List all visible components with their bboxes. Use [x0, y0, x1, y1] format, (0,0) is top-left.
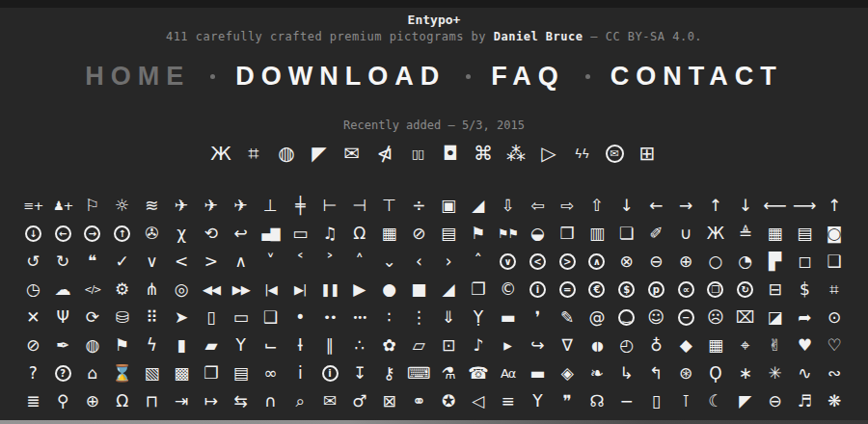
folder-music-icon[interactable]: ♪ [463, 337, 493, 354]
chevron-small-right-icon[interactable]: ˃ [315, 253, 345, 270]
grid-icon[interactable]: ▦ [701, 337, 731, 354]
flashlight-icon[interactable]: ▮ [167, 337, 197, 354]
controller-next-icon[interactable]: ▶| [285, 283, 315, 296]
arrow-long-right-icon[interactable]: ⟶ [790, 198, 820, 214]
music-icon[interactable]: ♬ [790, 393, 820, 410]
magnifying-glass-icon[interactable]: ⌕ [285, 393, 315, 410]
cog-icon[interactable]: ⚙ [107, 281, 137, 298]
flash-icon[interactable]: ϟ [137, 337, 167, 354]
loop-icon[interactable]: ⇆ [226, 393, 256, 410]
man-icon[interactable]: ♂ [344, 393, 374, 410]
bookmark-icon[interactable]: ⚑ [463, 225, 493, 242]
documents-icon[interactable]: ❑ [256, 309, 285, 326]
nav-contact[interactable]: CONTACT [610, 64, 783, 90]
level-down-icon[interactable]: ↳ [611, 365, 641, 382]
chat-icon[interactable]: ❝ [78, 253, 108, 270]
eye-icon[interactable]: ⊙ [820, 309, 850, 326]
mouse-pointer-icon[interactable]: ◤ [303, 144, 336, 163]
arrow-down-icon[interactable]: ↓ [611, 198, 641, 214]
folder-icon[interactable]: ▱ [404, 337, 434, 354]
bucket-icon[interactable]: ∪ [671, 225, 701, 242]
chevron-with-circle-left-icon[interactable]: < [523, 253, 553, 270]
credit-icon[interactable]: $ [790, 281, 820, 298]
align-left-icon[interactable]: ⊢ [315, 198, 345, 214]
attachment-icon[interactable]: ✇ [137, 225, 167, 242]
dots-two-horizontal-icon[interactable]: •• [315, 311, 345, 324]
camera-icon[interactable]: ◙ [820, 225, 850, 242]
chevron-thin-right-icon[interactable]: › [434, 253, 464, 270]
creative-commons-icon[interactable]: © [493, 281, 523, 298]
chevron-thin-up-icon[interactable]: ˆ [463, 253, 493, 270]
blackboard-icon[interactable]: ▦ [374, 225, 404, 242]
home-icon[interactable]: ⌂ [78, 365, 108, 382]
inbox-icon[interactable]: ▤ [226, 365, 256, 382]
calculator-icon[interactable]: ▦ [760, 225, 790, 242]
bug-icon[interactable]: Ж [204, 144, 237, 163]
bug-icon[interactable]: Ж [701, 225, 731, 242]
cross-icon[interactable]: ✕ [18, 309, 48, 326]
circular-graph-icon[interactable]: ◔ [730, 253, 760, 270]
lock-icon[interactable]: Ω [107, 393, 137, 410]
app-store-icon[interactable]: ⌘ [467, 144, 500, 163]
archive-icon[interactable]: ▣ [434, 198, 464, 214]
windows-store-icon[interactable]: ⊞ [631, 144, 664, 163]
lifebuoy-icon[interactable]: ⊛ [671, 365, 701, 382]
crop-icon[interactable]: ⌗ [820, 281, 850, 298]
direction-icon[interactable]: ➤ [167, 309, 197, 326]
heart-icon[interactable]: ♥ [790, 337, 820, 354]
adjust-icon[interactable]: ☼ [107, 198, 137, 214]
minus-icon[interactable]: − [611, 393, 641, 410]
menu-icon[interactable]: ≡ [493, 393, 523, 410]
lock-open-icon[interactable]: ⊓ [137, 393, 167, 410]
bar-graph-icon[interactable]: ▄▇ [256, 227, 285, 240]
light-up-icon[interactable]: ✳ [760, 365, 790, 382]
flow-tree-icon[interactable]: ∴ [344, 337, 374, 354]
megaphone-icon[interactable]: ◁ [463, 393, 493, 410]
flow-line-icon[interactable]: Ɨ [285, 337, 315, 354]
funnel-icon[interactable]: ∇ [553, 337, 583, 354]
dial-pad-icon[interactable]: ⠿ [137, 309, 167, 326]
export-icon[interactable]: ➦ [790, 309, 820, 326]
arrow-with-circle-right-icon[interactable]: → [78, 225, 108, 242]
message-icon[interactable]: ❞ [553, 393, 583, 410]
arrow-with-circle-up-icon[interactable]: ↑ [107, 225, 137, 242]
heart-outlined-icon[interactable]: ♡ [820, 337, 850, 354]
creative-commons-public-domain-icon[interactable]: p [641, 281, 671, 298]
info-with-circle-icon[interactable]: i [315, 365, 345, 382]
emoji-flirt-icon[interactable]: ‿ [611, 309, 641, 326]
network-icon[interactable]: ❋ [820, 393, 850, 410]
drop-icon[interactable]: ❜ [523, 309, 553, 326]
info-icon[interactable]: i [285, 365, 315, 382]
code-icon[interactable]: </> [78, 285, 108, 295]
leaf-icon[interactable]: ❧ [583, 365, 612, 382]
creative-commons-noderivs-icon[interactable]: = [553, 281, 583, 298]
cloud-icon[interactable]: ☁ [48, 281, 78, 298]
feather-icon[interactable]: ✒ [48, 337, 78, 354]
log-in-icon[interactable]: ⇥ [167, 393, 197, 410]
flow-cascade-icon[interactable]: ⌙ [256, 337, 285, 354]
controller-fast-forward-icon[interactable]: ▶▶ [226, 283, 256, 296]
message-icon[interactable]: ✉ [336, 144, 368, 163]
merge-icon[interactable]: Y [523, 393, 553, 410]
bell-icon[interactable]: Ω [344, 225, 374, 242]
creative-commons-sharealike-icon[interactable]: ↻ [730, 281, 760, 298]
arrow-long-down-icon[interactable]: ↓ [730, 198, 760, 214]
flat-brush-icon[interactable]: ▰ [197, 337, 227, 354]
colours-icon[interactable]: ⋔ [137, 281, 167, 298]
mouse-pointer-icon[interactable]: ◤ [730, 393, 760, 410]
chevron-with-circle-right-icon[interactable]: > [553, 253, 583, 270]
aircraft-icon[interactable]: ✈ [167, 198, 197, 214]
dots-three-horizontal-icon[interactable]: ••• [344, 313, 374, 323]
arrow-with-circle-left-icon[interactable]: ← [48, 225, 78, 242]
folder-video-icon[interactable]: ▸ [493, 337, 523, 354]
copy-icon[interactable]: ❐ [463, 281, 493, 298]
flash-double-icon[interactable]: ϟϟ [565, 147, 598, 160]
arrow-bold-down-icon[interactable]: ⇩ [493, 198, 523, 214]
nav-download[interactable]: DOWNLOAD [235, 64, 446, 90]
clipboard-icon[interactable]: ❑ [820, 253, 850, 270]
mail-icon[interactable]: ✉ [315, 393, 345, 410]
arrow-bold-up-icon[interactable]: ⇧ [583, 198, 612, 214]
hour-glass-icon[interactable]: ⌛ [107, 365, 137, 382]
eraser-icon[interactable]: ◪ [760, 309, 790, 326]
edit-icon[interactable]: ✎ [553, 309, 583, 326]
